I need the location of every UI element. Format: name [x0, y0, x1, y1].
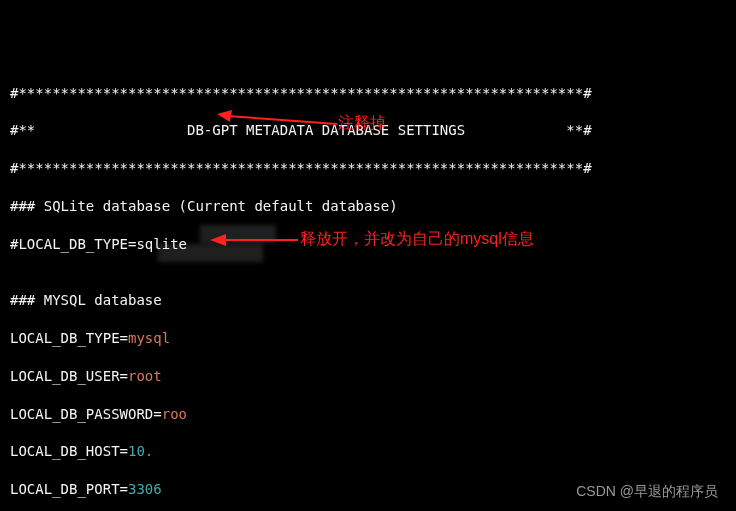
obscured-host [158, 244, 263, 262]
db-port-value: 3306 [128, 481, 162, 497]
db-user-key: LOCAL_DB_USER= [10, 368, 128, 384]
db-password-value: roo [162, 406, 187, 422]
mysql-section-header: ### MYSQL database [10, 291, 726, 310]
annotation-comment-out: 注释掉 [338, 112, 386, 134]
config-file-content: #***************************************… [10, 84, 726, 511]
db-type-value: mysql [128, 330, 170, 346]
obscured-password [200, 225, 276, 243]
watermark: CSDN @早退的程序员 [576, 482, 718, 501]
border-line: #***************************************… [10, 159, 726, 178]
db-host-value: 10. [128, 443, 153, 459]
sqlite-section-header: ### SQLite database (Current default dat… [10, 197, 726, 216]
db-type-key: LOCAL_DB_TYPE= [10, 330, 128, 346]
annotation-uncomment: 释放开，并改为自己的mysql信息 [300, 228, 534, 250]
border-line: #***************************************… [10, 84, 726, 103]
db-port-key: LOCAL_DB_PORT= [10, 481, 128, 497]
db-host-key: LOCAL_DB_HOST= [10, 443, 128, 459]
db-user-value: root [128, 368, 162, 384]
db-password-key: LOCAL_DB_PASSWORD= [10, 406, 162, 422]
